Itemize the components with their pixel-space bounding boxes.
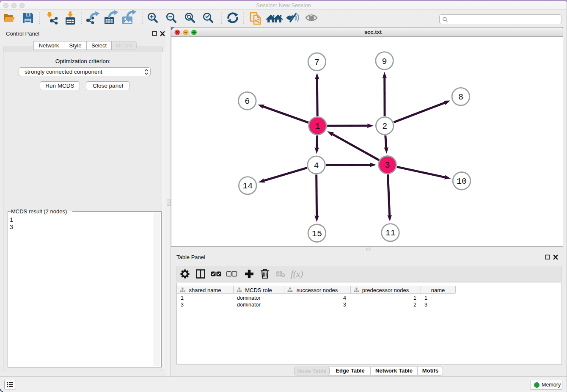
svg-text:10: 10	[457, 177, 467, 186]
svg-text:4: 4	[314, 161, 319, 171]
svg-text:11: 11	[385, 228, 395, 238]
svg-text:15: 15	[312, 229, 322, 239]
svg-text:2: 2	[382, 121, 387, 131]
svg-text:7: 7	[314, 58, 319, 67]
svg-text:6: 6	[245, 97, 250, 106]
svg-text:9: 9	[382, 57, 387, 66]
svg-text:1: 1	[315, 121, 320, 131]
svg-text:8: 8	[458, 92, 463, 102]
svg-text:f(x): f(x)	[291, 269, 303, 279]
svg-text:14: 14	[242, 181, 253, 191]
svg-text:3: 3	[385, 160, 390, 170]
